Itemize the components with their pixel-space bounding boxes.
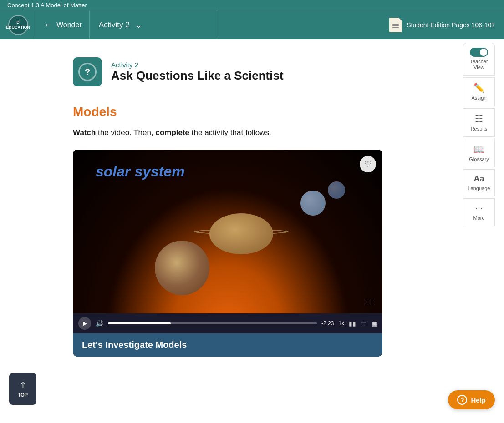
results-widget[interactable]: ☷ Results (463, 108, 495, 137)
time-display: -2:23 (321, 320, 334, 327)
glossary-widget[interactable]: 📖 Glossary (463, 139, 495, 167)
banner-text: Concept 1.3 A Model of Matter (7, 2, 87, 9)
picture-in-picture-icon[interactable]: ▭ (361, 320, 367, 327)
help-icon: ? (457, 395, 467, 405)
moon1-graphic (300, 191, 326, 216)
assign-icon: ✏️ (473, 82, 485, 93)
solar-system-label: solar system (96, 163, 185, 180)
activity-icon-inner: ? (78, 63, 97, 81)
video-caption: Let's Investigate Models (73, 333, 382, 357)
video-frame: solar system ♡ ⋯ (73, 150, 382, 313)
section-heading: Models (73, 105, 401, 119)
play-icon: ▶ (83, 320, 87, 327)
content-area: ? Activity 2 Ask Questions Like a Scient… (0, 39, 446, 423)
video-controls: ▶ 🔊 -2:23 1x ▮▮ ▭ ▣ (73, 313, 382, 333)
results-label: Results (471, 126, 488, 132)
top-banner: Concept 1.3 A Model of Matter (0, 0, 504, 10)
favorite-button[interactable]: ♡ (360, 156, 376, 172)
saturn-body (209, 213, 273, 254)
doc-line (392, 27, 399, 28)
teacher-view-toggle[interactable] (470, 48, 488, 57)
chevron-down-icon: ⌄ (135, 20, 142, 30)
language-widget[interactable]: Aa Language (463, 169, 495, 196)
help-label: Help (471, 396, 486, 404)
activity-dropdown[interactable]: Activity 2 ⌄ (90, 10, 217, 40)
more-options-button[interactable]: ⋯ (366, 296, 376, 307)
instruction-watch: Watch (73, 128, 96, 137)
captions-icon[interactable]: ▮▮ (349, 320, 356, 327)
logo: DEDUCATION (0, 10, 36, 40)
video-caption-text: Let's Investigate Models (82, 340, 187, 350)
language-icon: Aa (473, 174, 484, 184)
activity-icon-symbol: ? (85, 67, 90, 77)
scroll-to-top-button[interactable]: ⇧ TOP (9, 373, 36, 405)
activity-title: Ask Questions Like a Scientist (111, 69, 284, 83)
volume-icon[interactable]: 🔊 (96, 320, 103, 327)
instruction-text: Watch the video. Then, complete the acti… (73, 126, 401, 139)
back-arrow-icon: ← (44, 20, 53, 30)
progress-bar[interactable] (108, 322, 317, 324)
right-sidebar: TeacherView ✏️ Assign ☷ Results 📖 Glossa… (463, 39, 499, 227)
navigation-bar: DEDUCATION ← Wonder Activity 2 ⌄ Student… (0, 10, 504, 39)
doc-line (392, 25, 399, 26)
back-label: Wonder (56, 21, 82, 29)
instruction-middle: the video. Then, (96, 128, 155, 137)
assign-label: Assign (471, 95, 486, 101)
activity-header: ? Activity 2 Ask Questions Like a Scient… (73, 57, 401, 86)
more-icon: ⋯ (475, 203, 484, 213)
glossary-label: Glossary (469, 156, 489, 162)
activity-dropdown-label: Activity 2 (99, 20, 130, 30)
video-container: solar system ♡ ⋯ ▶ 🔊 (73, 150, 382, 357)
activity-label: Activity 2 (111, 61, 284, 69)
activity-title-block: Activity 2 Ask Questions Like a Scientis… (111, 61, 284, 83)
assign-widget[interactable]: ✏️ Assign (463, 77, 495, 106)
speed-button[interactable]: 1x (338, 320, 344, 327)
help-button[interactable]: ? Help (448, 390, 495, 409)
results-icon: ☷ (475, 113, 483, 124)
student-pages-label: Student Edition Pages 106-107 (407, 21, 495, 29)
doc-line (392, 24, 399, 25)
language-label: Language (468, 186, 490, 191)
instruction-complete: complete (155, 128, 189, 137)
instruction-suffix: the activity that follows. (189, 128, 271, 137)
more-label: More (473, 215, 484, 221)
logo-text: DEDUCATION (6, 20, 30, 30)
top-arrow-icon: ⇧ (20, 380, 26, 390)
toggle-thumb (480, 49, 487, 56)
back-button[interactable]: ← Wonder (36, 10, 90, 40)
jupiter-graphic (155, 241, 209, 295)
main-content: ? Activity 2 Ask Questions Like a Scient… (0, 39, 504, 423)
document-icon (389, 18, 402, 32)
saturn-graphic (200, 204, 282, 259)
moon2-graphic (328, 181, 345, 199)
fullscreen-icon[interactable]: ▣ (371, 320, 377, 327)
activity-icon: ? (73, 57, 102, 86)
student-pages-button[interactable]: Student Edition Pages 106-107 (380, 10, 504, 40)
play-button[interactable]: ▶ (78, 317, 91, 330)
toggle-track (470, 48, 488, 57)
logo-circle: DEDUCATION (8, 15, 28, 35)
doc-lines (391, 22, 401, 30)
progress-fill (108, 322, 171, 324)
teacher-view-widget[interactable]: TeacherView (463, 43, 495, 76)
glossary-icon: 📖 (473, 144, 485, 155)
top-label: TOP (18, 392, 28, 398)
more-widget[interactable]: ⋯ More (463, 198, 495, 226)
teacher-view-label: TeacherView (470, 59, 488, 70)
